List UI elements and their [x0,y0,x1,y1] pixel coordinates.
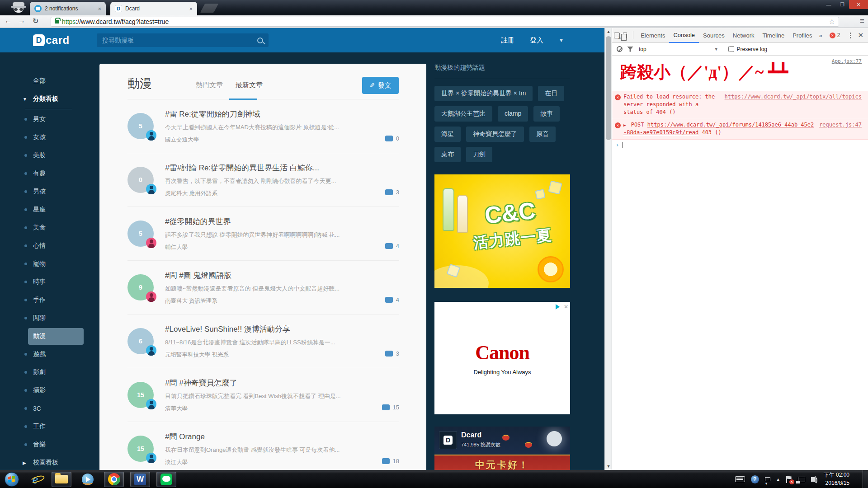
taskbar-mediaplayer-icon[interactable] [78,472,98,487]
page-scrollbar[interactable]: ▲ ▼ [604,28,612,470]
trending-tag[interactable]: 海星 [434,127,461,142]
sidebar-item[interactable]: 男孩 [0,183,99,201]
devtools-tab-sources[interactable]: Sources [699,28,729,43]
sidebar-item[interactable]: 攝影 [0,381,99,399]
sidebar-item[interactable]: 3C [0,399,99,418]
post-title[interactable]: #從零開始的異世界 [165,216,376,227]
maximize-button[interactable]: ❐ [835,0,849,9]
devtools-menu-icon[interactable] [846,33,855,38]
post-row[interactable]: 15 #問 #神奇寶貝怎麼了 目前只把鑽石珍珠版完整看完 看到Best Wish… [127,368,399,422]
error-count-badge[interactable]: × 2 [830,32,840,38]
chrome-menu-icon[interactable]: ≡ [860,17,864,26]
sidebar-item[interactable]: 音樂 [0,436,99,454]
scroll-down-arrow[interactable]: ▼ [605,463,612,470]
taskbar-chrome-icon[interactable] [104,472,124,487]
console-source-link[interactable]: App.jsx:77 [832,58,862,64]
device-toolbar-icon[interactable] [622,29,628,41]
filter-icon[interactable] [627,47,633,52]
scroll-up-arrow[interactable]: ▲ [605,28,612,35]
sidebar-item[interactable]: 女孩 [0,128,99,146]
sidebar-item[interactable]: 男女 [0,110,99,128]
taskbar-clock[interactable]: 下午 02:00 2016/8/15 [824,471,849,487]
chevron-down-icon[interactable]: ▼ [559,38,564,43]
new-tab-button[interactable] [200,4,219,13]
volume-tray-icon[interactable] [811,477,814,482]
post-title[interactable]: #問 #神奇寶貝怎麼了 [165,378,373,388]
devtools-tab-network[interactable]: Network [729,28,759,43]
forward-button[interactable]: → [18,17,25,25]
expand-arrow-icon[interactable]: ▶ [623,123,626,127]
trending-tag[interactable]: 刀劍 [466,147,492,162]
secure-lock-icon[interactable] [55,20,59,23]
minimize-button[interactable]: — [822,0,835,9]
post-title[interactable]: #雷 Re:從零開始的刀劍神域 [165,109,376,119]
devtools-tab-timeline[interactable]: Timeline [758,28,788,43]
post-row[interactable]: 9 #問 #圖 鬼燈國語版 如題嘍~當然動漫還是要看原音的 但是鬼燈大人的中文配… [127,261,399,314]
taskbar-explorer-icon[interactable] [52,472,71,487]
ad-close-icon[interactable]: ✕ [564,304,568,310]
create-post-button[interactable]: ✎ 發文 [362,77,399,94]
sidebar-item[interactable]: 寵物 [0,255,99,273]
taskbar-word-icon[interactable]: W [130,472,150,487]
error-source-link[interactable]: https://www.dcard.tw/_api/topix/all/topi… [725,93,862,101]
sidebar-item[interactable]: 時事 [0,273,99,291]
post-row[interactable]: 5 #從零開始的異世界 話不多說了我只想說 從零開始的異世界神好看啊啊啊啊啊(吶… [127,207,399,261]
devtools-tab-profiles[interactable]: Profiles [788,28,816,43]
start-button[interactable] [5,472,19,487]
close-button[interactable]: ✕ [849,0,868,9]
sidebar-item[interactable]: 遊戲 [0,345,99,363]
window-tray-icon[interactable] [765,477,770,481]
sidebar-item[interactable]: 手作 [0,291,99,309]
trending-tag[interactable]: 天鵝湖公主芭比 [434,106,492,122]
trending-tag[interactable]: clamp [498,106,528,122]
search-box[interactable] [97,33,269,47]
sidebar-item[interactable]: 影劇 [0,363,99,381]
trending-tag[interactable]: 故事 [533,106,560,122]
show-hidden-icons[interactable]: ▲ [776,477,780,482]
sidebar-item[interactable]: 心情 [0,237,99,255]
canon-ad[interactable]: ✕ Canon Delighting You Always [434,302,570,414]
back-button[interactable]: ← [5,17,12,25]
post-title[interactable]: #LoveLive! SunShine!! 漫博活動分享 [165,324,376,334]
post-row[interactable]: 6 #LoveLive! SunShine!! 漫博活動分享 8/11~8/16… [127,314,399,368]
devtools-close-icon[interactable]: ✕ [858,31,863,39]
devtools-tab-elements[interactable]: Elements [637,28,669,43]
trending-tag[interactable]: 神奇寶貝怎麼了 [466,127,524,142]
clear-console-icon[interactable] [617,46,623,52]
tab-dcard[interactable]: D Dcard × [110,2,197,15]
sidebar-item[interactable]: 美妝 [0,146,99,164]
tab-notifications[interactable]: 2 notifications × [30,2,106,15]
sidebar-item-campus[interactable]: ▶校園看板 [0,454,99,470]
scrollbar-thumb[interactable] [606,36,611,140]
sidebar-category-header[interactable]: ▼分類看板 [0,90,99,108]
facebook-page-widget[interactable]: D Dcard 741,985 按讚次數 中元卡好！ 秋卡說鬼搶普渡大禮 f說讚… [434,427,570,470]
taskbar-line-icon[interactable] [156,472,176,487]
sidebar-item[interactable]: 美食 [0,219,99,237]
trending-tag[interactable]: 在日 [538,86,564,101]
address-bar[interactable]: https://www.dcard.tw/f/acg?latest=true ☆ [51,17,839,27]
preserve-log-toggle[interactable]: Preserve log [728,46,767,52]
action-center-flag-icon[interactable]: ✕ [786,476,792,483]
adchoices-icon[interactable] [556,304,562,310]
post-title[interactable]: #問 Orange [165,432,373,442]
taskbar-ie-icon[interactable]: e [25,472,45,487]
preserve-log-checkbox[interactable] [728,46,734,52]
refresh-button[interactable]: ↻ [33,17,38,25]
tab-close-icon[interactable]: × [189,5,193,12]
inspect-element-icon[interactable] [614,29,620,41]
login-link[interactable]: 登入 [530,36,543,45]
post-row[interactable]: 0 #雷#討論 Re:從零開始的異世界生活 白鯨你... 再次警告，以下暴雷，不… [127,153,399,207]
post-row[interactable]: 5 #雷 Re:從零開始的刀劍神域 今天早上看到強國人在今年MAD大賽投稿的這個… [127,99,399,153]
execution-context-select[interactable]: top [639,46,646,52]
tab-hot-posts[interactable]: 熱門文章 [196,81,223,89]
console-prompt[interactable]: › [612,140,868,148]
sidebar-item-all[interactable]: 全部 [0,72,99,90]
register-link[interactable]: 註冊 [501,36,514,45]
search-input[interactable] [97,37,257,44]
error-source-link[interactable]: request.js:47 [819,121,862,129]
keyboard-tray-icon[interactable] [735,476,745,482]
trending-tag[interactable]: 桌布 [434,147,461,162]
sidebar-item[interactable]: 有趣 [0,164,99,183]
sidebar-item-selected[interactable]: 動漫 [28,328,84,345]
tab-latest-posts[interactable]: 最新文章 [236,81,263,89]
